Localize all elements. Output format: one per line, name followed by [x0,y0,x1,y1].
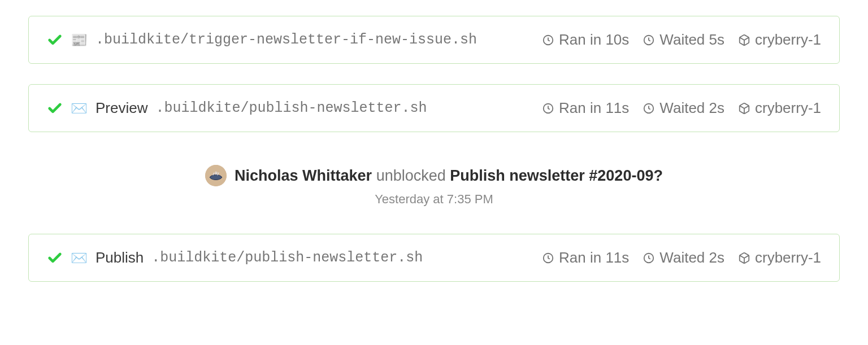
box-icon [738,102,750,115]
unblock-row: Nicholas Whittaker unblocked Publish new… [28,165,840,186]
build-step-row[interactable]: ✉️ Publish .buildkite/publish-newsletter… [28,234,840,282]
ran-duration: Ran in 10s [542,31,629,49]
agent-name: cryberry-1 [738,31,821,49]
step-meta: Ran in 11s Waited 2s cryberry-1 [542,99,821,117]
clock-icon [542,34,554,46]
step-left: 📰 .buildkite/trigger-newsletter-if-new-i… [47,32,542,48]
agent-text: cryberry-1 [755,249,821,267]
step-left: ✉️ Publish .buildkite/publish-newsletter… [47,249,542,267]
avatar [205,165,227,186]
step-name: Preview [96,99,147,117]
ran-duration: Ran in 11s [542,99,629,117]
unblock-target: Publish newsletter #2020-09? [450,167,663,184]
step-meta: Ran in 11s Waited 2s cryberry-1 [542,249,821,267]
clock-icon [542,252,554,264]
waited-duration: Waited 5s [643,31,724,49]
unblock-timestamp: Yesterday at 7:35 PM [28,192,840,207]
step-left: ✉️ Preview .buildkite/publish-newsletter… [47,99,542,117]
waited-text: Waited 2s [659,249,724,267]
build-step-row[interactable]: ✉️ Preview .buildkite/publish-newsletter… [28,84,840,132]
step-command: .buildkite/trigger-newsletter-if-new-iss… [96,32,477,48]
waited-text: Waited 5s [659,31,724,49]
unblock-text: Nicholas Whittaker unblocked Publish new… [235,167,663,185]
agent-name: cryberry-1 [738,249,821,267]
clock-icon [643,34,655,46]
step-command: .buildkite/publish-newsletter.sh [155,100,427,116]
check-icon [47,101,63,116]
ran-text: Ran in 11s [559,99,629,117]
clock-icon [643,102,655,115]
step-emoji: ✉️ [71,102,88,115]
box-icon [738,252,750,264]
agent-name: cryberry-1 [738,99,821,117]
step-emoji: ✉️ [71,251,88,265]
waited-duration: Waited 2s [643,99,724,117]
clock-icon [643,252,655,264]
step-command: .buildkite/publish-newsletter.sh [151,250,423,266]
check-icon [47,32,63,48]
unblock-actor: Nicholas Whittaker [235,167,372,184]
ran-text: Ran in 10s [559,31,629,49]
unblock-verb: unblocked [376,167,446,184]
agent-text: cryberry-1 [755,99,821,117]
unblock-event: Nicholas Whittaker unblocked Publish new… [28,165,840,207]
step-meta: Ran in 10s Waited 5s cryberry-1 [542,31,821,49]
ran-duration: Ran in 11s [542,249,629,267]
clock-icon [542,102,554,115]
step-emoji: 📰 [71,33,88,47]
box-icon [738,34,750,46]
waited-text: Waited 2s [659,99,724,117]
build-step-row[interactable]: 📰 .buildkite/trigger-newsletter-if-new-i… [28,16,840,64]
waited-duration: Waited 2s [643,249,724,267]
ran-text: Ran in 11s [559,249,629,267]
step-name: Publish [96,249,144,267]
agent-text: cryberry-1 [755,31,821,49]
check-icon [47,250,63,266]
